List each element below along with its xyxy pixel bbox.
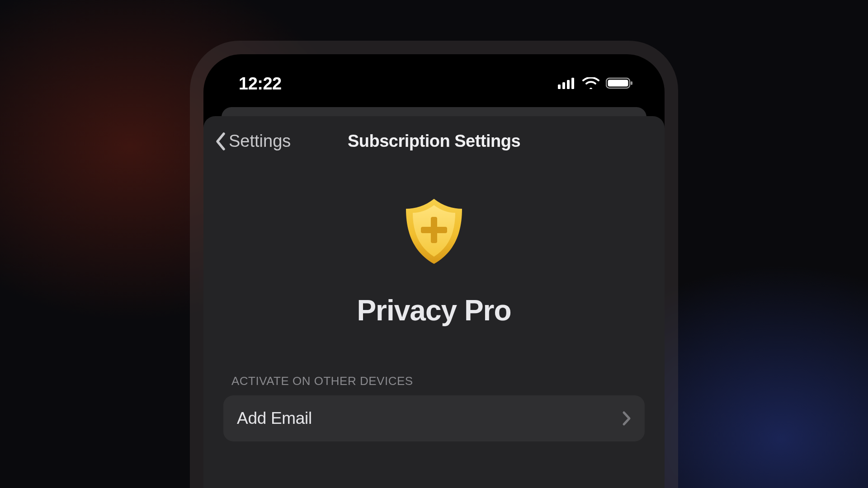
section-header-activate: ACTIVATE ON OTHER DEVICES <box>203 341 665 395</box>
cellular-icon <box>558 77 576 91</box>
svg-rect-8 <box>421 227 447 233</box>
background-card-peek <box>222 107 646 117</box>
svg-rect-3 <box>571 78 574 89</box>
add-email-label: Add Email <box>237 409 312 428</box>
svg-rect-0 <box>558 84 561 89</box>
svg-rect-5 <box>608 80 628 86</box>
chevron-left-icon <box>214 132 227 151</box>
back-button[interactable]: Settings <box>214 131 291 151</box>
plan-hero: Privacy Pro <box>203 156 665 341</box>
svg-rect-6 <box>631 81 632 85</box>
back-label: Settings <box>229 131 291 151</box>
subscription-settings-sheet: Settings Subscription Settings <box>203 116 665 488</box>
chevron-right-icon <box>622 411 631 426</box>
phone-screen: 12:22 <box>203 54 665 488</box>
add-email-row[interactable]: Add Email <box>223 395 645 441</box>
wifi-icon <box>582 77 599 91</box>
status-icons <box>558 77 634 91</box>
plan-name: Privacy Pro <box>212 294 656 327</box>
status-time: 12:22 <box>239 74 282 94</box>
status-bar: 12:22 <box>203 54 665 107</box>
nav-bar: Settings Subscription Settings <box>203 116 665 156</box>
page-title: Subscription Settings <box>348 131 520 151</box>
phone-frame: 12:22 <box>190 41 678 488</box>
battery-icon <box>606 77 634 91</box>
svg-rect-2 <box>567 80 570 89</box>
shield-plus-icon <box>398 195 470 267</box>
svg-rect-1 <box>562 82 565 89</box>
